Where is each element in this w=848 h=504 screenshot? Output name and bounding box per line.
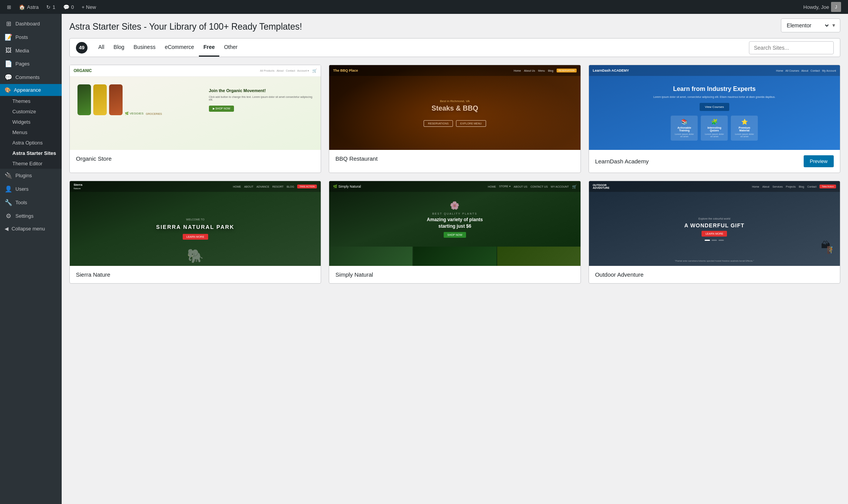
main-content: Elementor Gutenberg Beaver Builder ▼ Ast… xyxy=(62,14,848,504)
site-name[interactable]: 🏠 Astra xyxy=(16,0,42,14)
site-card-body-learndash: LearnDash Academy Preview xyxy=(589,150,840,173)
sidebar-item-posts[interactable]: 📝 Posts xyxy=(0,30,62,44)
sidebar-item-theme-editor[interactable]: Theme Editor xyxy=(0,158,62,169)
tab-all[interactable]: All xyxy=(94,39,109,57)
sidebar-item-themes[interactable]: Themes xyxy=(0,96,62,106)
sidebar-item-plugins[interactable]: 🔌 Plugins xyxy=(0,169,62,182)
tab-other[interactable]: Other xyxy=(219,39,242,57)
sidebar: ⊞ Dashboard 📝 Posts 🖼 Media 📄 Pages 💬 Co… xyxy=(0,14,62,504)
site-card-bbq[interactable]: The BBQ Place Home About Us Menu Blog RE… xyxy=(329,65,580,173)
sidebar-item-widgets[interactable]: Widgets xyxy=(0,117,62,127)
wp-logo[interactable]: ⊞ xyxy=(4,0,14,14)
site-name-sierra: Sierra Nature xyxy=(76,271,110,278)
sidebar-item-appearance[interactable]: 🎨 Appearance xyxy=(0,84,62,96)
sidebar-item-tools[interactable]: 🔧 Tools xyxy=(0,196,62,209)
appearance-submenu: Themes Customize Widgets Menus Astra Opt… xyxy=(0,96,62,169)
updates[interactable]: ↻ 1 xyxy=(43,0,58,14)
site-card-body-outdoor: Outdoor Adventure xyxy=(589,266,840,283)
comments[interactable]: 💬 0 xyxy=(60,0,77,14)
site-card-learndash[interactable]: LearnDash ACADEMY Home All Courses About… xyxy=(589,65,840,173)
site-card-natural[interactable]: 🌿 Simply Natural HOME STORE ▾ ABOUT US C… xyxy=(329,181,580,284)
preview-button-learndash[interactable]: Preview xyxy=(804,155,834,167)
user-avatar: J xyxy=(831,2,841,12)
sidebar-item-comments[interactable]: 💬 Comments xyxy=(0,71,62,84)
wp-icon: ⊞ xyxy=(7,4,11,10)
admin-bar: ⊞ 🏠 Astra ↻ 1 💬 0 + New Howdy, Joe J xyxy=(0,0,848,14)
site-name-natural: Simply Natural xyxy=(335,271,373,278)
filter-bar: 49 All Blog Business eCommerce Free Othe… xyxy=(69,38,840,57)
sidebar-item-settings[interactable]: ⚙ Settings xyxy=(0,209,62,223)
filter-count: 49 xyxy=(76,42,87,54)
site-card-image-organic: ORGANIC All Products About Contact Accou… xyxy=(70,65,321,150)
sidebar-item-pages[interactable]: 📄 Pages xyxy=(0,57,62,71)
updates-icon: ↻ xyxy=(46,4,50,10)
tab-blog[interactable]: Blog xyxy=(109,39,129,57)
collapse-menu[interactable]: ◀ Collapse menu xyxy=(0,223,62,235)
site-card-organic-store[interactable]: ORGANIC All Products About Contact Accou… xyxy=(69,65,321,173)
site-card-image-bbq: The BBQ Place Home About Us Menu Blog RE… xyxy=(329,65,580,150)
site-name-outdoor: Outdoor Adventure xyxy=(595,271,644,278)
sidebar-item-customize[interactable]: Customize xyxy=(0,106,62,117)
search-input[interactable] xyxy=(749,41,834,54)
wp-site-icon: 🏠 xyxy=(19,4,25,10)
media-icon: 🖼 xyxy=(5,47,12,54)
sidebar-item-menus[interactable]: Menus xyxy=(0,127,62,138)
filter-tabs: All Blog Business eCommerce Free Other xyxy=(94,39,749,57)
comments-icon: 💬 xyxy=(63,4,69,10)
tab-free[interactable]: Free xyxy=(199,39,220,57)
new-content[interactable]: + New xyxy=(79,0,99,14)
site-name-bbq: BBQ Restaurant xyxy=(335,155,377,162)
tools-icon: 🔧 xyxy=(5,199,12,206)
page-title: Astra Starter Sites - Your Library of 10… xyxy=(69,22,840,32)
dropdown-arrow-icon: ▼ xyxy=(831,23,836,28)
site-card-image-sierra: SierraNature HOME ABOUT ADVANCE RESORT B… xyxy=(70,181,321,266)
search-box[interactable] xyxy=(749,41,834,54)
appearance-icon: 🎨 xyxy=(5,87,11,93)
dashboard-icon: ⊞ xyxy=(5,20,12,27)
site-card-image-learndash: LearnDash ACADEMY Home All Courses About… xyxy=(589,65,840,150)
sidebar-item-dashboard[interactable]: ⊞ Dashboard xyxy=(0,17,62,30)
tab-business[interactable]: Business xyxy=(129,39,160,57)
sites-grid: ORGANIC All Products About Contact Accou… xyxy=(69,65,840,284)
settings-icon: ⚙ xyxy=(5,212,12,220)
posts-icon: 📝 xyxy=(5,34,12,41)
site-card-body-bbq: BBQ Restaurant xyxy=(329,150,580,167)
site-card-outdoor[interactable]: OUTDOORADVENTURE Home About Services Pro… xyxy=(589,181,840,284)
site-card-image-natural: 🌿 Simply Natural HOME STORE ▾ ABOUT US C… xyxy=(329,181,580,266)
site-card-body-sierra: Sierra Nature xyxy=(70,266,321,283)
sidebar-item-astra-options[interactable]: Astra Options xyxy=(0,138,62,148)
site-card-body-organic: Organic Store xyxy=(70,150,321,167)
comments-sidebar-icon: 💬 xyxy=(5,74,12,81)
pages-icon: 📄 xyxy=(5,60,12,67)
sidebar-item-users[interactable]: 👤 Users xyxy=(0,182,62,196)
builder-selector[interactable]: Elementor Gutenberg Beaver Builder ▼ xyxy=(781,18,840,32)
howdy-user[interactable]: Howdy, Joe J xyxy=(800,0,844,14)
sidebar-item-astra-starter-sites[interactable]: Astra Starter Sites xyxy=(0,148,62,158)
sidebar-item-media[interactable]: 🖼 Media xyxy=(0,44,62,57)
site-card-body-natural: Simply Natural xyxy=(329,266,580,283)
collapse-icon: ◀ xyxy=(5,226,8,232)
site-name-learndash: LearnDash Academy xyxy=(595,158,649,165)
site-name-organic: Organic Store xyxy=(76,155,112,162)
plugins-icon: 🔌 xyxy=(5,172,12,179)
site-card-image-outdoor: OUTDOORADVENTURE Home About Services Pro… xyxy=(589,181,840,266)
users-icon: 👤 xyxy=(5,185,12,193)
builder-dropdown[interactable]: Elementor Gutenberg Beaver Builder xyxy=(785,22,830,29)
site-card-sierra[interactable]: SierraNature HOME ABOUT ADVANCE RESORT B… xyxy=(69,181,321,284)
tab-ecommerce[interactable]: eCommerce xyxy=(160,39,199,57)
